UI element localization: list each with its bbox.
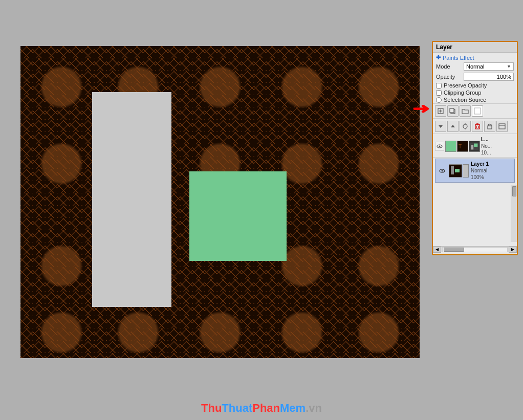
thumb-pattern: T [457, 141, 468, 152]
svg-rect-28 [451, 166, 454, 174]
svg-rect-16 [488, 126, 492, 129]
mode-row: Mode Normal ▼ [433, 61, 517, 72]
layer1-thumbnails [449, 164, 469, 178]
svg-rect-23 [471, 145, 474, 149]
layer1-info: Layer 1 Normal 100% [471, 161, 489, 181]
group-eye-icon[interactable] [435, 142, 444, 151]
layers-area: T L... No... 10... [433, 134, 517, 246]
selection-source-radio[interactable] [436, 97, 442, 103]
link-button[interactable] [496, 121, 508, 132]
svg-rect-17 [499, 124, 505, 129]
group-layer-opacity: 10... [481, 149, 492, 156]
mode-label: Mode [436, 63, 462, 70]
h-scroll-thumb[interactable] [444, 248, 464, 252]
paints-effect-row: ✚ Paints Effect [433, 53, 517, 61]
layer1-eye-icon[interactable] [438, 166, 447, 175]
svg-text:T: T [459, 144, 462, 149]
clipping-group-checkbox[interactable] [436, 90, 442, 96]
watermark-mem: Mem [280, 402, 306, 414]
layer1-mode: Normal [471, 167, 489, 174]
svg-rect-29 [455, 169, 460, 172]
effect-button[interactable] [460, 121, 471, 132]
layer-panel: Layer ✚ Paints Effect Mode Normal ▼ Opac… [432, 41, 518, 255]
svg-point-26 [442, 170, 443, 171]
selection-source-row: Selection Source [433, 96, 517, 103]
horizontal-scrollbar[interactable]: ◀ ▶ [433, 246, 517, 252]
panel-title: Layer [433, 42, 517, 53]
delete-button[interactable] [472, 121, 483, 132]
preserve-opacity-label: Preserve Opacity [444, 82, 487, 89]
paints-effect-label[interactable]: Paints Effect [443, 55, 474, 61]
svg-point-20 [439, 145, 441, 147]
empty-layers-area [433, 184, 517, 245]
svg-rect-5 [474, 108, 481, 114]
vertical-scrollbar[interactable] [511, 185, 517, 242]
layer1-opacity: 100% [471, 174, 489, 181]
opacity-field[interactable]: 100% [464, 73, 514, 81]
svg-marker-7 [451, 125, 455, 127]
dropdown-arrow-icon: ▼ [507, 64, 511, 69]
white-square-button[interactable] [472, 105, 483, 117]
lock-button[interactable] [484, 121, 495, 132]
group-thumbnails: T [445, 141, 480, 152]
watermark-thu: Thu [201, 402, 222, 414]
layer1-thumb-mask [463, 164, 469, 178]
opacity-row: Opacity 100% [433, 72, 517, 82]
group-layer-name: L... [481, 136, 492, 143]
selection-source-label: Selection Source [444, 97, 486, 103]
watermark-phan: Phan [252, 402, 280, 414]
layer-group-row[interactable]: T L... No... 10... [433, 135, 517, 158]
svg-marker-6 [439, 125, 443, 128]
watermark-dotvn: .vn [306, 402, 322, 414]
paints-effect-icon[interactable]: ✚ [436, 54, 441, 61]
group-layer-info: L... No... 10... [481, 136, 492, 156]
mode-dropdown[interactable]: Normal ▼ [464, 62, 514, 71]
preserve-opacity-checkbox[interactable] [436, 83, 442, 89]
watermark-thuat: Thuat [222, 402, 252, 414]
canvas-area [20, 46, 420, 358]
svg-rect-4 [450, 108, 454, 113]
v-scroll-thumb[interactable] [512, 186, 516, 196]
opacity-label: Opacity [436, 74, 462, 80]
scroll-left-button[interactable]: ◀ [433, 247, 441, 253]
new-layer-button[interactable] [435, 105, 446, 117]
clipping-group-row: Clipping Group [433, 89, 517, 96]
copy-layer-button[interactable] [447, 105, 459, 117]
svg-point-8 [463, 124, 467, 128]
green-layer-rect [189, 171, 287, 261]
thumb-text-layer [469, 141, 480, 152]
preserve-opacity-row: Preserve Opacity [433, 82, 517, 89]
clipping-group-label: Clipping Group [444, 90, 481, 96]
move-down-button[interactable] [435, 121, 446, 132]
group-layer-mode: No... [481, 143, 492, 149]
scroll-right-button[interactable]: ▶ [509, 247, 517, 253]
scroll-track [442, 247, 508, 252]
svg-rect-24 [474, 143, 477, 146]
thumb-green [445, 141, 456, 152]
watermark: ThuThuatPhanMem.vn [201, 402, 322, 415]
toolbar-row-2 [433, 119, 517, 134]
layer1-row[interactable]: Layer 1 Normal 100% [435, 159, 515, 183]
layer1-thumb-main [449, 164, 462, 178]
gray-layer-rect [92, 92, 171, 307]
move-up-button[interactable] [447, 121, 459, 132]
svg-rect-11 [475, 125, 480, 129]
layer1-name: Layer 1 [471, 161, 489, 167]
toolbar-row-1 [433, 103, 517, 119]
folder-button[interactable] [460, 105, 471, 117]
